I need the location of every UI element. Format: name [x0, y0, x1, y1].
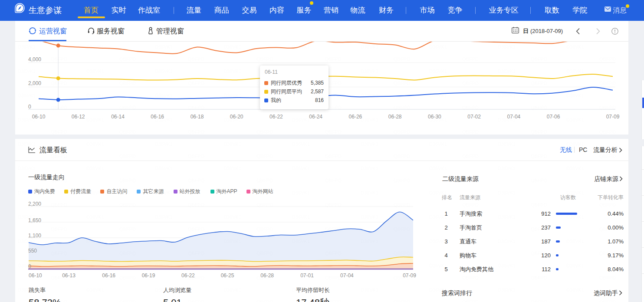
svg-text:07-01: 07-01: [300, 272, 314, 279]
svg-text:06-20: 06-20: [230, 114, 243, 120]
svg-text:0: 0: [28, 263, 31, 269]
svg-text:07-06: 07-06: [547, 114, 560, 120]
svg-text:07-04: 07-04: [507, 114, 521, 120]
svg-text:06-10: 06-10: [32, 114, 46, 120]
svg-text:07-04: 07-04: [340, 272, 354, 279]
svg-text:06-19: 06-19: [142, 272, 155, 279]
svg-text:07-09: 07-09: [403, 272, 416, 279]
svg-text:0: 0: [28, 104, 31, 110]
svg-text:06-28: 06-28: [388, 114, 402, 120]
svg-text:06-24: 06-24: [309, 114, 322, 120]
svg-text:06-22: 06-22: [181, 272, 195, 279]
svg-text:06-26: 06-26: [349, 114, 362, 120]
svg-text:06-18: 06-18: [191, 114, 204, 120]
svg-text:06-14: 06-14: [111, 114, 125, 120]
svg-text:06-28: 06-28: [260, 272, 274, 279]
svg-text:1,100: 1,100: [28, 233, 41, 239]
svg-text:06-25: 06-25: [221, 272, 234, 279]
svg-text:07-02: 07-02: [467, 114, 481, 120]
svg-text:2,200: 2,200: [28, 201, 41, 207]
svg-text:06-16: 06-16: [151, 114, 164, 120]
svg-text:2,000: 2,000: [28, 80, 41, 86]
svg-text:550: 550: [28, 248, 37, 254]
svg-text:4,000: 4,000: [28, 56, 41, 62]
svg-text:06-10: 06-10: [29, 272, 42, 279]
svg-text:1,650: 1,650: [28, 217, 41, 223]
svg-text:06-13: 06-13: [62, 272, 76, 279]
svg-text:07-09: 07-09: [606, 114, 620, 120]
svg-text:06-12: 06-12: [72, 114, 85, 120]
svg-text:06-22: 06-22: [269, 114, 283, 120]
svg-text:06-30: 06-30: [428, 114, 441, 120]
svg-text:06-16: 06-16: [102, 272, 115, 279]
